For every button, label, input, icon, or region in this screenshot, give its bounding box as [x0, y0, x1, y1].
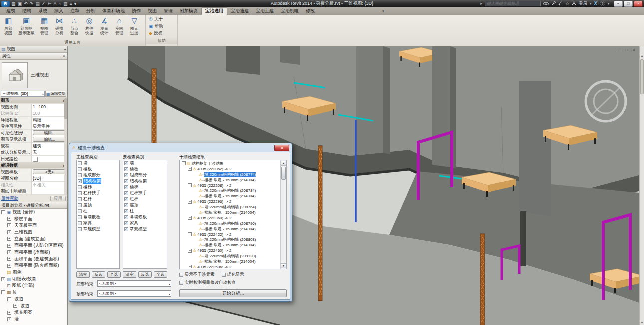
category-row[interactable]: 柱 — [77, 208, 119, 214]
list-button[interactable]: 反选 — [92, 271, 105, 278]
category-row[interactable]: 常规模型 — [77, 226, 119, 232]
ghost-display-option[interactable]: 虚化显示 — [222, 272, 244, 278]
exchange-apps-icon[interactable]: X — [594, 1, 597, 6]
list-button[interactable]: 清空 — [123, 271, 136, 278]
type-selector[interactable]: 三维视图 — [0, 60, 67, 90]
ribbon-tab[interactable]: 宝冶通用 — [201, 7, 227, 15]
category-row[interactable]: 楼梯 — [123, 184, 167, 190]
expander-icon[interactable]: + — [7, 311, 11, 315]
result-tree-row[interactable]: 墙:220mm格构钢墙 (208784) — [180, 188, 280, 193]
scroll-down-icon[interactable]: ▼ — [640, 321, 644, 324]
category-row[interactable]: 栏杆 — [123, 196, 167, 202]
result-tree-row[interactable]: − 4935 (222506) -> 2 — [180, 264, 280, 268]
checkbox[interactable] — [124, 167, 128, 171]
browser-tree-item[interactable]: + 坡道 — [0, 302, 67, 309]
result-tree-row[interactable]: 墙:220mm格构钢墙 (209128) — [180, 253, 280, 259]
category-row[interactable]: 栏杆扶手 — [123, 190, 167, 196]
property-row[interactable]: 规程 建筑 — [0, 143, 67, 149]
category-row[interactable]: 屋顶 — [123, 202, 167, 208]
list-button[interactable]: 全选 — [107, 271, 121, 278]
checkbox[interactable] — [78, 197, 82, 201]
checkbox[interactable] — [124, 173, 128, 177]
result-tree-row[interactable]: 楼板:常规 - 150mm (214004) — [180, 193, 280, 199]
checkbox[interactable] — [124, 161, 128, 165]
qat-icon[interactable]: ⌂ — [59, 1, 61, 7]
browser-tree-item[interactable]: ▤ 图例 — [0, 269, 67, 276]
expander-icon[interactable]: − — [188, 249, 192, 253]
expander-icon[interactable]: − — [1, 210, 5, 214]
category-row[interactable]: 组成部分 — [77, 172, 119, 178]
expander-icon[interactable]: + — [13, 304, 17, 308]
ribbon-tab[interactable]: 附加模块 — [176, 7, 201, 15]
dialog-title-bar[interactable]: ⚠ 碰撞干涉检查 × — [71, 144, 290, 152]
expander-icon[interactable]: − — [7, 297, 11, 301]
infocenter-toggle-icon[interactable]: ▸ — [480, 1, 482, 6]
ribbon-button[interactable]: ◎ 构件 快搜 — [82, 15, 97, 35]
expander-icon[interactable] — [194, 205, 198, 209]
properties-scrollbar[interactable] — [64, 97, 67, 195]
checkbox[interactable] — [78, 167, 82, 171]
properties-help-link[interactable]: 属性帮助 — [1, 196, 18, 202]
live-check-option[interactable]: 实时检测项目修改自动检查 — [179, 280, 236, 286]
ribbon-button[interactable]: ▦ 视图 管理 — [37, 15, 52, 35]
expander-icon[interactable]: − — [188, 216, 192, 220]
signin-label[interactable]: 登录 — [579, 1, 587, 7]
property-row[interactable]: 图纸上的标题 — [0, 188, 67, 195]
browser-tree-item[interactable]: + 面积平面 (防火间面积) — [0, 262, 67, 269]
expander-icon[interactable] — [194, 189, 198, 193]
ribbon-button[interactable]: ∴ 节点 整合 — [67, 15, 82, 35]
browser-tree-item[interactable]: + 天花板平面 — [0, 222, 67, 229]
ribbon-button[interactable]: ⌂ 空间 管理 — [112, 15, 127, 35]
expander-icon[interactable] — [194, 243, 198, 247]
expander-icon[interactable]: + — [7, 244, 11, 248]
category-row[interactable]: 楼板 — [123, 166, 167, 172]
search-input[interactable] — [485, 1, 541, 6]
qat-icon[interactable]: ▧ — [11, 1, 16, 7]
expander-icon[interactable]: + — [7, 264, 11, 268]
expander-icon[interactable]: − — [188, 265, 192, 268]
property-row[interactable]: 可见性/图形... 编辑... — [0, 130, 67, 136]
edit-type-button[interactable]: ▦ 编辑类型 — [45, 91, 66, 97]
help-icon[interactable]: ? — [600, 1, 605, 6]
ribbon-tab[interactable]: 分析 — [83, 7, 99, 15]
expander-icon[interactable]: − — [188, 167, 192, 171]
expander-icon[interactable] — [194, 259, 198, 263]
revit-logo-icon[interactable]: R — [1, 1, 10, 7]
scrollbar-thumb[interactable] — [640, 59, 644, 94]
qat-icon[interactable]: ≡ — [70, 1, 72, 7]
qat-icon[interactable]: ▾ — [74, 1, 77, 7]
category-row[interactable]: 墙 — [123, 160, 167, 166]
checkbox[interactable] — [124, 203, 128, 207]
result-tree-row[interactable]: − 4935 (222296) -> 2 — [180, 199, 280, 204]
palette-close-icon[interactable]: × — [63, 54, 65, 58]
panel-label[interactable]: 通用工具 — [0, 40, 145, 46]
checkbox[interactable] — [124, 185, 128, 189]
result-tree-row[interactable]: 楼板:常规 - 150mm (214004) — [180, 259, 280, 264]
ribbon-help-item[interactable]: ◆ 授权 — [149, 30, 174, 36]
category-row[interactable]: 栏杆 — [77, 196, 119, 202]
result-tree-row[interactable]: 墙:220mm格构钢墙 (208796) — [180, 221, 280, 226]
property-row[interactable]: 零件可见性 显示零件 — [0, 123, 67, 130]
view-restore-icon[interactable]: □ — [624, 48, 629, 52]
ribbon-tab[interactable]: 修改 — [302, 7, 318, 15]
checkbox[interactable] — [78, 191, 82, 195]
ribbon-tab[interactable]: 视图 — [144, 7, 160, 15]
checkbox[interactable] — [78, 215, 82, 219]
checkbox[interactable] — [124, 221, 128, 225]
browser-tree-item[interactable]: ⊡ 图纸 (全部) — [0, 282, 67, 289]
category-row[interactable]: 柱 — [123, 208, 167, 214]
category-row[interactable]: 栏杆扶手 — [77, 190, 119, 196]
category-row[interactable]: 楼板 — [77, 166, 119, 172]
result-tree-row[interactable]: − 4935 (222422) -> 2 — [180, 232, 280, 237]
panel-label[interactable]: 帮助 — [146, 38, 177, 44]
list-button[interactable]: 反选 — [138, 271, 152, 278]
checkbox[interactable] — [124, 191, 128, 195]
qat-icon[interactable]: ▣ — [18, 1, 22, 7]
result-tree-row[interactable]: − 4935 (222208) -> 2 — [180, 183, 280, 188]
browser-tree-item[interactable]: + 墙 — [0, 316, 67, 322]
view-close-icon[interactable]: × — [631, 48, 636, 52]
expander-icon[interactable]: + — [7, 317, 11, 321]
list-button[interactable]: 清空 — [76, 271, 90, 278]
qat-icon[interactable]: ⊢ — [48, 1, 52, 7]
qat-icon[interactable]: ↷ — [30, 1, 34, 7]
